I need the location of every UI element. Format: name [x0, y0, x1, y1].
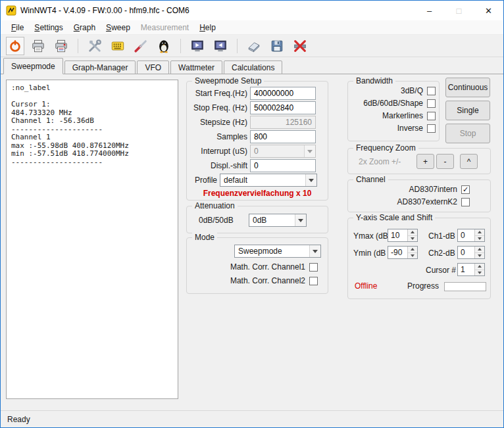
- tab-calculations[interactable]: Calculations: [224, 60, 282, 74]
- ad8307-intern-checkbox[interactable]: ✓: [461, 185, 470, 194]
- penguin-button[interactable]: [155, 37, 173, 55]
- bandwidth-title: Bandwidth: [353, 76, 395, 85]
- menu-sweep[interactable]: Sweep: [101, 20, 136, 34]
- attenuation-label: 0dB/50dB: [191, 216, 246, 225]
- ymax-label: Ymax (dB: [353, 231, 388, 241]
- print-button[interactable]: [29, 37, 47, 55]
- attenuation-value: 0dB: [253, 216, 266, 225]
- zoom-in-button[interactable]: +: [416, 154, 434, 169]
- ymin-spinbox[interactable]: -90: [388, 246, 418, 259]
- bandwidth-3db-checkbox[interactable]: [427, 87, 436, 95]
- spin-down-icon[interactable]: [475, 236, 484, 242]
- spin-up-icon[interactable]: [408, 247, 417, 253]
- zoom-reset-button[interactable]: ^: [460, 154, 478, 169]
- close-button[interactable]: ✕: [474, 1, 503, 20]
- spin-up-icon[interactable]: [475, 229, 484, 236]
- tools-button[interactable]: [86, 37, 104, 55]
- frequency-zoom-group: Frequency Zoom 2x Zoom +/- + - ^: [347, 148, 491, 174]
- menu-help-mnemonic: H: [199, 23, 205, 32]
- samples-input[interactable]: [250, 130, 316, 143]
- tab-vfo[interactable]: VFO: [137, 60, 169, 74]
- cursor-number-label: Cursor #: [426, 266, 456, 275]
- profile-value: default: [224, 176, 247, 185]
- inverse-checkbox[interactable]: [427, 124, 436, 133]
- interrupt-label: Interrupt (uS): [191, 147, 247, 156]
- sweepmode-setup-group: Sweepmode Setup Start Freq.(Hz) Stop Fre…: [186, 81, 328, 201]
- print-color-icon: [54, 39, 68, 53]
- spin-up-icon[interactable]: [408, 229, 417, 236]
- eraser-button[interactable]: [245, 37, 263, 55]
- interrupt-value: 0: [254, 147, 259, 156]
- menu-file-label: ile: [16, 23, 24, 32]
- bandwidth-3db-label: 3dB/Q: [351, 86, 423, 95]
- menu-sweep-label: weep: [111, 23, 130, 32]
- math-corr-ch2-checkbox[interactable]: [309, 277, 318, 285]
- ymin-label: Ymin (dB: [353, 249, 386, 258]
- frequency-multiplier-note: Frequenzvervielfachung x 10: [187, 189, 328, 198]
- math-corr-ch2-label: Math. Corr. Channel2: [191, 276, 305, 285]
- spin-up-icon[interactable]: [475, 247, 484, 253]
- disconnect-button[interactable]: [291, 37, 309, 55]
- menu-file[interactable]: File: [6, 20, 29, 34]
- menu-help[interactable]: Help: [194, 20, 221, 34]
- start-freq-input[interactable]: [250, 87, 316, 100]
- ad8307-extern-label: AD8307externK2: [351, 197, 457, 206]
- display-shift-right-button[interactable]: [211, 37, 230, 55]
- cursor-number-spinbox[interactable]: 1: [457, 263, 485, 276]
- dropdown-arrow-icon: [309, 245, 320, 257]
- minimize-button[interactable]: –: [415, 1, 444, 20]
- ymax-spinbox[interactable]: 10: [388, 229, 418, 242]
- markerlines-label: Markerlines: [351, 111, 423, 120]
- start-freq-label: Start Freq.(Hz): [191, 89, 247, 98]
- menu-graph-mnemonic: G: [74, 23, 80, 32]
- display-shift-left-button[interactable]: [188, 37, 207, 55]
- stop-freq-input[interactable]: [250, 101, 316, 114]
- tab-sweepmode[interactable]: Sweepmode: [3, 58, 63, 74]
- displ-shift-label: Displ.-shift: [191, 161, 247, 170]
- markerlines-checkbox[interactable]: [427, 112, 436, 120]
- brush-button[interactable]: [132, 37, 150, 55]
- profile-label: Profile: [191, 176, 217, 185]
- stepsize-label: Stepsize (Hz): [191, 118, 247, 127]
- dropdown-arrow-icon: [304, 145, 315, 157]
- offline-status: Offline: [355, 281, 377, 291]
- disconnect-icon: [293, 39, 307, 53]
- tab-wattmeter[interactable]: Wattmeter: [170, 60, 222, 74]
- menu-measurement: Measurement: [136, 20, 194, 34]
- zoom-out-button[interactable]: -: [436, 154, 454, 169]
- menu-graph[interactable]: Graph: [68, 20, 101, 34]
- spin-down-icon[interactable]: [408, 253, 417, 259]
- spin-down-icon[interactable]: [475, 253, 484, 259]
- bandwidth-6db-checkbox[interactable]: [427, 99, 436, 108]
- sweepmode-setup-title: Sweepmode Setup: [192, 76, 264, 85]
- profile-select[interactable]: default: [220, 174, 317, 187]
- keyboard-button[interactable]: [109, 37, 127, 55]
- math-corr-ch1-checkbox[interactable]: [309, 263, 318, 272]
- title-bar: WinNWT4 - V.4.09 - FW:0.00 - hfm9.hfc - …: [1, 1, 503, 20]
- continuous-button[interactable]: Continuous: [445, 78, 490, 97]
- menu-help-label: elp: [205, 23, 216, 32]
- spin-down-icon[interactable]: [475, 270, 484, 276]
- power-button[interactable]: [6, 37, 24, 55]
- print-icon: [31, 39, 45, 53]
- power-icon: [8, 39, 22, 53]
- ch2-db-spinbox[interactable]: 0: [457, 246, 485, 259]
- toolbar-separator: [237, 39, 238, 53]
- displ-shift-input[interactable]: [250, 159, 316, 172]
- ch1-db-spinbox[interactable]: 0: [457, 229, 485, 242]
- single-button[interactable]: Single: [445, 101, 490, 120]
- keyboard-icon: [111, 39, 125, 53]
- spin-up-icon[interactable]: [475, 264, 484, 270]
- toolbar-separator: [180, 39, 181, 53]
- ymin-value: -90: [388, 247, 407, 258]
- spin-down-icon[interactable]: [408, 236, 417, 242]
- menu-settings[interactable]: Settings: [29, 20, 68, 34]
- attenuation-select[interactable]: 0dB: [249, 214, 307, 227]
- mode-select[interactable]: Sweepmode: [234, 245, 321, 258]
- save-button[interactable]: [268, 37, 286, 55]
- ad8307-extern-checkbox[interactable]: [461, 198, 470, 206]
- print-color-button[interactable]: [52, 37, 70, 55]
- tab-graph-manager[interactable]: Graph-Manager: [64, 60, 136, 74]
- ymax-value: 10: [388, 229, 407, 241]
- menu-bar: File Settings Graph Sweep Measurement He…: [1, 20, 503, 35]
